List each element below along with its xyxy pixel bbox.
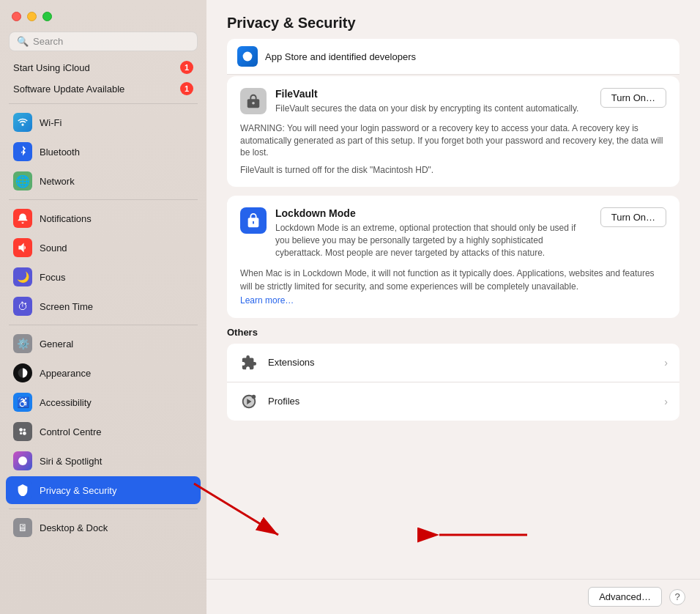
lockdown-title: Lockdown Mode [275,207,592,219]
traffic-lights [9,12,198,21]
search-bar[interactable]: 🔍 Search [9,32,198,51]
main-scroll: A App Store and identified developers Fi… [206,39,700,579]
sidebar-item-siri[interactable]: Siri & Spotlight [6,447,201,475]
filevault-info: FileVault is turned off for the disk "Ma… [240,165,666,175]
search-icon: 🔍 [17,36,29,47]
others-list: Extensions › Profiles › [227,344,679,421]
svg-point-7 [20,432,22,434]
advanced-button[interactable]: Advanced… [588,587,662,607]
appstore-icon: A [237,46,258,67]
divider-3 [9,325,198,325]
sidebar-item-network[interactable]: 🌐 Network [6,167,201,195]
sidebar-item-notifications[interactable]: Notifications [6,204,201,232]
sidebar-top: 🔍 Search [0,0,206,57]
extensions-label: Extensions [268,357,655,368]
sidebar-item-sound[interactable]: Sound [6,234,201,262]
sidebar-item-update[interactable]: Software Update Available 1 [6,78,201,99]
extensions-row[interactable]: Extensions › [227,344,679,382]
sidebar-scroll: Start Using iCloud 1 Software Update Ava… [0,57,206,614]
main-header: Privacy & Security [206,0,700,39]
app-store-label: App Store and identified developers [265,51,416,62]
main-content: Privacy & Security A App Store and ident… [206,0,700,614]
bluetooth-icon [13,142,32,161]
extensions-icon [239,352,259,373]
filevault-icon [240,88,267,114]
divider-4 [9,508,198,509]
filevault-card: FileVault FileVault secures the data on … [227,76,679,187]
update-badge: 1 [180,82,193,95]
notifications-icon [13,209,32,228]
sidebar-item-bluetooth[interactable]: Bluetooth [6,138,201,166]
sidebar-item-general[interactable]: ⚙️ General [6,330,201,358]
svg-point-6 [23,429,26,431]
siri-icon [13,451,32,470]
profiles-chevron: › [664,396,668,407]
sidebar-item-desktop[interactable]: 🖥 Desktop & Dock [6,514,201,541]
help-button[interactable]: ? [669,589,685,605]
filevault-warning: WARNING: You will need your login passwo… [240,122,666,159]
svg-text:A: A [245,53,250,61]
accessibility-icon: ♿ [13,393,32,412]
profiles-row[interactable]: Profiles › [227,382,679,421]
search-input[interactable]: Search [33,36,63,47]
sidebar-item-icloud[interactable]: Start Using iCloud 1 [6,57,201,78]
sidebar-item-privacy[interactable]: Privacy & Security [6,476,201,504]
filevault-header: FileVault FileVault secures the data on … [240,88,666,115]
divider-1 [9,103,198,104]
privacy-icon [13,481,32,500]
sound-icon [13,238,32,257]
minimize-button[interactable] [27,12,37,21]
sidebar-item-focus[interactable]: 🌙 Focus [6,263,201,291]
desktop-icon: 🖥 [13,518,32,537]
sidebar-item-wifi[interactable]: Wi-Fi [6,108,201,136]
controlcentre-icon [13,422,32,441]
wifi-icon [13,113,32,132]
lockdown-extra: When Mac is in Lockdown Mode, it will no… [240,267,666,293]
network-icon: 🌐 [13,171,32,191]
profiles-icon [239,391,259,412]
lockdown-header: Lockdown Mode Lockdown Mode is an extrem… [240,207,666,259]
filevault-title: FileVault [275,88,592,100]
close-button[interactable] [12,12,21,21]
divider-2 [9,199,198,200]
icloud-badge: 1 [180,61,193,74]
sidebar: 🔍 Search Start Using iCloud 1 Software U… [0,0,206,614]
page-title: Privacy & Security [227,15,679,32]
svg-point-8 [23,432,26,435]
filevault-content: FileVault FileVault secures the data on … [275,88,592,115]
filevault-desc: FileVault secures the data on your disk … [275,103,592,115]
filevault-turn-on-button[interactable]: Turn On… [600,88,666,108]
bottom-bar: Advanced… ? [206,579,700,614]
profiles-label: Profiles [268,396,655,407]
lockdown-turn-on-button[interactable]: Turn On… [600,207,666,227]
svg-point-9 [18,456,27,465]
sidebar-item-accessibility[interactable]: ♿ Accessibility [6,388,201,416]
appearance-icon [13,363,32,382]
focus-icon: 🌙 [13,267,32,286]
lockdown-desc: Lockdown Mode is an extreme, optional pr… [275,222,592,259]
lockdown-content: Lockdown Mode Lockdown Mode is an extrem… [275,207,592,259]
sidebar-item-controlcentre[interactable]: Control Centre [6,418,201,445]
svg-point-5 [19,428,23,432]
maximize-button[interactable] [42,12,52,21]
sidebar-item-appearance[interactable]: Appearance [6,359,201,387]
learn-more-link[interactable]: Learn more… [240,295,294,306]
lockdown-card: Lockdown Mode Lockdown Mode is an extrem… [227,196,679,317]
others-section-title: Others [227,327,679,338]
general-icon: ⚙️ [13,334,32,353]
screentime-icon: ⏱ [13,297,32,316]
lockdown-icon [240,207,267,234]
sidebar-item-screentime[interactable]: ⏱ Screen Time [6,292,201,320]
app-store-row: A App Store and identified developers [227,39,679,75]
extensions-chevron: › [664,357,668,369]
